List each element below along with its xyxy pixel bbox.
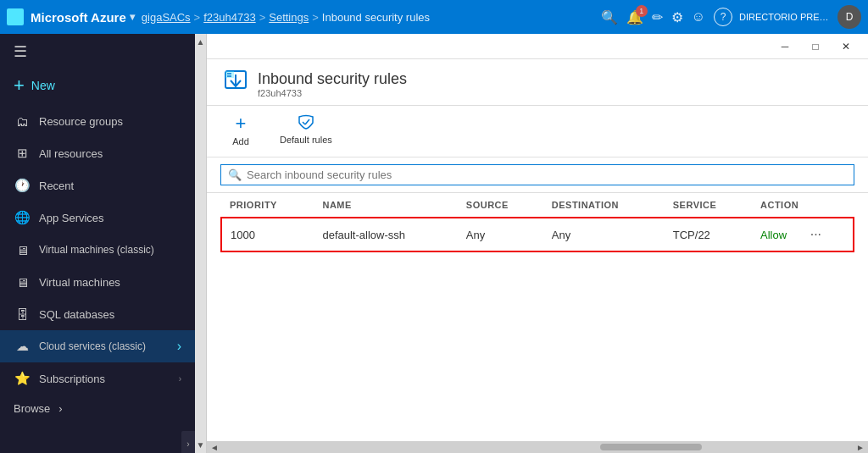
scrollbar-track[interactable] bbox=[222, 441, 853, 453]
cell-name: default-allow-ssh bbox=[314, 218, 457, 251]
user-menu[interactable]: DIRECTORIO PREDETERMINA... D bbox=[739, 5, 861, 29]
user-label: DIRECTORIO PREDETERMINA... bbox=[739, 12, 832, 22]
col-priority: PRIORITY bbox=[221, 193, 314, 218]
all-resources-icon: ⊞ bbox=[14, 145, 31, 162]
hamburger-button[interactable]: ☰ bbox=[0, 34, 195, 69]
breadcrumb-item-2[interactable]: f23uh4733 bbox=[203, 11, 255, 24]
avatar[interactable]: D bbox=[837, 5, 861, 29]
browse-label: Browse bbox=[14, 402, 50, 415]
breadcrumb-sep-2: > bbox=[259, 11, 266, 24]
scroll-up-arrow[interactable]: ▲ bbox=[197, 34, 205, 50]
sidebar-item-virtual-machines-classic[interactable]: 🖥 Virtual machines (classic) bbox=[0, 234, 195, 266]
resource-groups-icon: 🗂 bbox=[14, 113, 31, 130]
sql-databases-icon: 🗄 bbox=[14, 306, 31, 323]
panel-title: Inbound security rules bbox=[258, 70, 407, 88]
col-source: SOURCE bbox=[458, 193, 543, 218]
breadcrumb-item-4: Inbound security rules bbox=[322, 11, 430, 24]
sidebar-item-recent[interactable]: 🕐 Recent bbox=[0, 169, 195, 202]
sidebar-item-resource-groups[interactable]: 🗂 Resource groups bbox=[0, 105, 195, 137]
sidebar-item-virtual-machines[interactable]: 🖥 Virtual machines bbox=[0, 266, 195, 298]
table-header: PRIORITY NAME SOURCE DESTINATION SERVICE… bbox=[221, 193, 854, 218]
table-area: PRIORITY NAME SOURCE DESTINATION SERVICE… bbox=[207, 193, 868, 441]
add-button[interactable]: + Add bbox=[224, 109, 258, 150]
horizontal-scrollbar[interactable]: ◄ ► bbox=[207, 441, 868, 453]
breadcrumb-item-1[interactable]: gigaSACs bbox=[142, 11, 191, 24]
scroll-right-arrow[interactable]: ► bbox=[853, 443, 868, 452]
brand-name: Microsoft Azure bbox=[31, 10, 126, 25]
add-label: Add bbox=[232, 136, 249, 146]
sidebar-item-label-all-resources: All resources bbox=[39, 147, 103, 160]
new-button[interactable]: + New bbox=[0, 69, 195, 105]
sidebar-item-app-services[interactable]: 🌐 App Services bbox=[0, 202, 195, 234]
azure-icon bbox=[7, 8, 24, 25]
feedback-icon[interactable]: ☺ bbox=[692, 9, 705, 25]
app-services-icon: 🌐 bbox=[14, 209, 31, 226]
sidebar-item-label-subscriptions: Subscriptions bbox=[39, 373, 105, 385]
scrollbar-thumb[interactable] bbox=[600, 444, 702, 450]
default-rules-button[interactable]: Default rules bbox=[275, 111, 337, 148]
restore-button[interactable]: □ bbox=[800, 34, 831, 59]
subscriptions-icon: ⭐ bbox=[14, 370, 31, 387]
toolbar: + Add Default rules bbox=[207, 106, 868, 157]
subscriptions-chevron: › bbox=[179, 374, 181, 384]
data-table: PRIORITY NAME SOURCE DESTINATION SERVICE… bbox=[220, 193, 854, 252]
cell-destination: Any bbox=[543, 218, 665, 251]
sidebar-item-sql-databases[interactable]: 🗄 SQL databases bbox=[0, 298, 195, 330]
recent-icon: 🕐 bbox=[14, 177, 31, 194]
table-header-row: PRIORITY NAME SOURCE DESTINATION SERVICE… bbox=[221, 193, 854, 218]
row-more-button[interactable]: ··· bbox=[807, 225, 825, 243]
sidebar-item-label-app-services: App Services bbox=[39, 212, 104, 224]
panel-header: Inbound security rules f23uh4733 bbox=[207, 59, 868, 106]
cell-service: TCP/22 bbox=[665, 218, 752, 251]
avatar-initial: D bbox=[846, 11, 854, 23]
svg-rect-1 bbox=[225, 71, 234, 78]
search-bar: 🔍 bbox=[207, 157, 868, 193]
notifications-icon[interactable]: 🔔 1 bbox=[626, 9, 643, 25]
panel-title-icon bbox=[224, 69, 248, 98]
left-scroll-panel: ▲ ▼ bbox=[195, 34, 207, 453]
table-row[interactable]: 1000 default-allow-ssh Any Any TCP/22 Al… bbox=[221, 218, 854, 251]
col-action: ACTION bbox=[752, 193, 854, 218]
cloud-services-icon: ☁ bbox=[14, 338, 31, 355]
scroll-down-arrow[interactable]: ▼ bbox=[197, 437, 205, 453]
add-icon: + bbox=[236, 113, 247, 135]
virtual-machines-icon: 🖥 bbox=[14, 273, 31, 290]
browse-button[interactable]: Browse › bbox=[0, 395, 195, 423]
content-wrapper: ▲ ▼ ─ □ ✕ bbox=[195, 34, 868, 453]
panel-top-bar: ─ □ ✕ bbox=[207, 34, 868, 59]
sidebar-item-all-resources[interactable]: ⊞ All resources bbox=[0, 137, 195, 169]
edit-icon[interactable]: ✏ bbox=[652, 9, 663, 25]
brand-logo[interactable]: Microsoft Azure ▾ bbox=[7, 8, 135, 25]
col-destination: DESTINATION bbox=[543, 193, 665, 218]
cell-action: Allow ··· bbox=[752, 218, 854, 251]
topbar: Microsoft Azure ▾ gigaSACs > f23uh4733 >… bbox=[0, 0, 868, 34]
panel-expand-arrow-1[interactable]: › bbox=[181, 431, 195, 453]
search-icon[interactable]: 🔍 bbox=[601, 9, 618, 25]
sidebar-item-subscriptions[interactable]: ⭐ Subscriptions › bbox=[0, 362, 195, 395]
sidebar-item-label-sql: SQL databases bbox=[39, 308, 114, 321]
search-input[interactable] bbox=[247, 168, 847, 181]
topbar-icons: 🔍 🔔 1 ✏ ⚙ ☺ ? bbox=[601, 8, 732, 26]
sidebar-item-cloud-services[interactable]: ☁ Cloud services (classic) › bbox=[0, 330, 195, 362]
search-input-wrap: 🔍 bbox=[220, 164, 854, 185]
help-icon[interactable]: ? bbox=[714, 8, 732, 26]
breadcrumb-item-3[interactable]: Settings bbox=[269, 11, 309, 24]
close-button[interactable]: ✕ bbox=[831, 34, 861, 59]
breadcrumb-sep-1: > bbox=[194, 11, 201, 24]
breadcrumb-sep-3: > bbox=[312, 11, 319, 24]
sidebar-item-label-recent: Recent bbox=[39, 180, 74, 192]
settings-icon[interactable]: ⚙ bbox=[671, 9, 683, 25]
panel-container: ─ □ ✕ Inboun bbox=[207, 34, 868, 453]
panel-title-area: Inbound security rules f23uh4733 bbox=[258, 70, 407, 98]
virtual-machines-classic-icon: 🖥 bbox=[14, 241, 31, 258]
svg-line-3 bbox=[305, 119, 309, 124]
sidebar-item-label-vm: Virtual machines bbox=[39, 276, 120, 289]
scroll-left-arrow[interactable]: ◄ bbox=[207, 443, 222, 452]
sidebar-item-label-cloud: Cloud services (classic) bbox=[39, 340, 146, 352]
cell-source: Any bbox=[458, 218, 543, 251]
sidebar-item-label-vm-classic: Virtual machines (classic) bbox=[39, 244, 154, 256]
window-controls: ─ □ ✕ bbox=[770, 34, 861, 59]
brand-chevron[interactable]: ▾ bbox=[130, 11, 135, 23]
sidebar: ☰ + New 🗂 Resource groups ⊞ All resource… bbox=[0, 34, 195, 453]
minimize-button[interactable]: ─ bbox=[770, 34, 800, 59]
